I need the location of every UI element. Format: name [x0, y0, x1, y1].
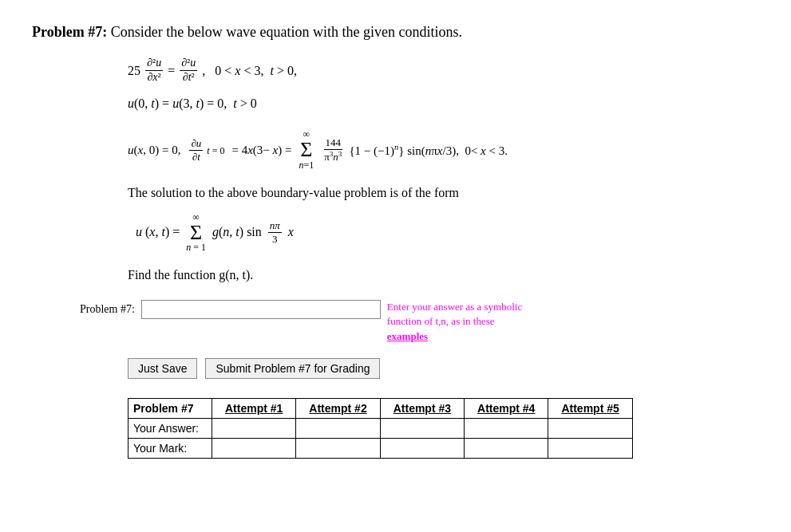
input-label: Problem #7:: [80, 300, 135, 316]
answer-row: Problem #7: Enter your answer as a symbo…: [80, 300, 759, 344]
solution-text: The solution to the above boundary-value…: [128, 186, 759, 200]
button-row: Just Save Submit Problem #7 for Grading: [128, 358, 759, 379]
save-button[interactable]: Just Save: [128, 358, 197, 379]
problem-description: Consider the below wave equation with th…: [111, 24, 462, 40]
your-answer-row: Your Answer:: [129, 418, 633, 438]
attempts-table: Problem #7 Attempt #1 Attempt #2 Attempt…: [128, 398, 633, 459]
col-header-attempt1[interactable]: Attempt #1: [212, 398, 295, 418]
solution-form: u (x, t) = ∞ Σ n = 1 g(n, t) sin nπ 3 x: [136, 211, 759, 254]
col-header-attempt5[interactable]: Attempt #5: [548, 398, 632, 418]
col-header-attempt3[interactable]: Attempt #3: [380, 398, 464, 418]
col-header-problem: Problem #7: [129, 398, 212, 418]
hint-text: Enter your answer as a symbolic function…: [387, 300, 522, 344]
problem-number: Problem #7:: [32, 24, 107, 40]
examples-link[interactable]: examples: [387, 330, 428, 342]
your-mark-row: Your Mark:: [129, 438, 633, 458]
equation-1: 25 ∂²u ∂x² = ∂²u ∂t² , 0 < x < 3, t > 0,: [128, 57, 759, 85]
equation-2: u(0, t) = u(3, t) = 0, t > 0: [128, 89, 759, 117]
find-text: Find the function g(n, t).: [128, 268, 759, 282]
col-header-attempt2[interactable]: Attempt #2: [296, 398, 380, 418]
answer-input[interactable]: [141, 300, 381, 319]
equations-block: 25 ∂²u ∂x² = ∂²u ∂t² , 0 < x < 3, t > 0,…: [128, 57, 759, 117]
equation-3: u(x, 0) = 0, ∂u ∂t t = 0 = 4x(3− x) = ∞ …: [128, 128, 759, 171]
col-header-attempt4[interactable]: Attempt #4: [465, 398, 548, 418]
submit-button[interactable]: Submit Problem #7 for Grading: [205, 358, 380, 379]
problem-title: Problem #7: Consider the below wave equa…: [32, 24, 759, 41]
